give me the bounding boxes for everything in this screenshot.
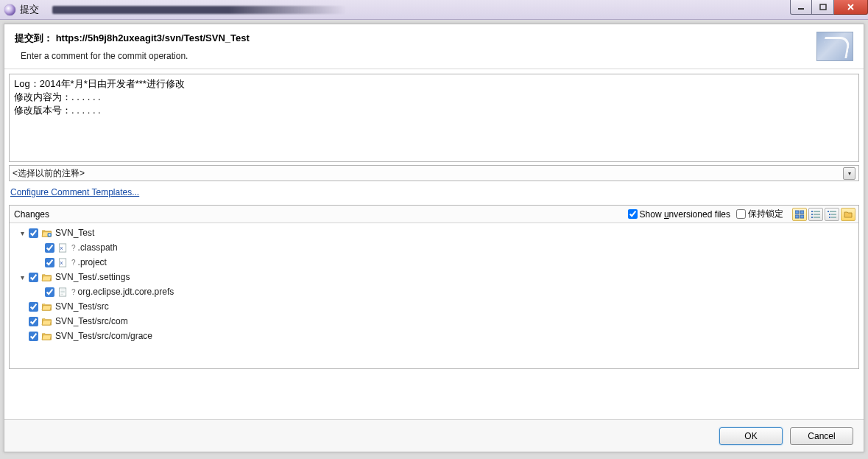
expander-icon[interactable] [18,229,27,237]
tree-row[interactable]: SVN_Test [18,225,855,240]
ok-button[interactable]: OK [719,427,783,445]
svg-rect-10 [811,217,813,218]
tree-row[interactable]: SVN_Test/.settings [18,270,855,284]
tree-item-checkbox[interactable] [29,332,38,341]
close-button[interactable] [834,0,868,15]
svg-rect-16 [829,217,830,218]
tree-item-checkbox[interactable] [45,287,54,297]
chevron-down-icon[interactable]: ▾ [843,167,855,180]
tree-item-checkbox[interactable] [29,302,38,312]
status-badge: ? [71,244,76,252]
commit-comment-input[interactable]: Log：2014年*月*日由开发者***进行修改 修改内容为：. . . . .… [9,74,859,162]
tree-row[interactable]: SVN_Test/src [18,299,855,314]
tree-view-icon[interactable] [792,208,807,221]
title-bar: 提交 [0,0,868,20]
tree-item-checkbox[interactable] [45,258,54,267]
title-url: https://5h9j8h2uxeagit3/svn/Test/SVN_Tes… [56,32,250,43]
maximize-button[interactable] [812,0,834,15]
tree-item-checkbox[interactable] [29,228,38,238]
status-badge: ? [71,259,76,267]
keep-lock-checkbox[interactable]: 保持锁定 [736,208,783,220]
svg-rect-15 [831,214,836,215]
minimize-button[interactable] [790,0,812,15]
svg-rect-3 [800,211,804,214]
svg-rect-7 [814,211,820,212]
previous-comments-combo[interactable]: <选择以前的注释> ▾ [9,165,859,181]
changes-header: Changes Show unversioned files 保持锁定 [10,206,858,223]
svn-brand-icon [816,32,853,61]
tree-item-checkbox[interactable] [45,243,54,253]
commit-dialog: 提交到： https://5h9j8h2uxeagit3/svn/Test/SV… [4,24,864,452]
svg-rect-2 [795,211,799,214]
status-badge: ? [71,288,76,296]
app-icon [4,4,15,15]
folder-open-icon [40,301,52,312]
window-title: 提交 [20,3,39,16]
xml-file-icon [57,257,68,267]
changes-toolbar [792,208,855,221]
svg-rect-1 [820,4,826,10]
svg-rect-0 [798,8,804,10]
tree-item-label: SVN_Test/.settings [55,272,130,282]
dialog-title: 提交到： https://5h9j8h2uxeagit3/svn/Test/SV… [15,32,811,45]
expander-icon[interactable] [18,273,27,281]
svg-rect-14 [829,214,830,215]
svg-rect-17 [831,217,836,218]
svg-rect-6 [811,211,813,212]
dialog-subtitle: Enter a comment for the commit operation… [15,51,811,61]
svg-rect-5 [800,215,804,218]
compressed-tree-icon[interactable] [825,208,839,221]
tree-item-label: SVN_Test/src/com/grace [55,331,152,341]
folder-open-icon [40,272,52,282]
changes-tree[interactable]: SVN_Test?.classpath?.projectSVN_Test/.se… [10,223,858,346]
dialog-footer: OK Cancel [4,419,864,452]
tree-item-label: SVN_Test [55,228,94,238]
configure-templates-link[interactable]: Configure Comment Templates... [10,187,139,197]
folder-shared-icon [40,228,52,238]
show-unversioned-label: Show unversioned files [640,209,730,220]
cancel-button[interactable]: Cancel [790,427,853,445]
tree-item-label: .project [78,257,107,267]
keep-lock-label: 保持锁定 [748,208,783,220]
tree-item-label: SVN_Test/src/com [55,316,128,326]
svg-rect-11 [814,217,820,218]
tree-row[interactable]: SVN_Test/src/com [18,314,855,329]
xml-file-icon [57,242,68,253]
changes-label: Changes [14,209,628,220]
svg-rect-8 [811,214,813,215]
tree-item-checkbox[interactable] [29,317,38,326]
tree-row[interactable]: ?.project [18,255,855,270]
changes-panel: Changes Show unversioned files 保持锁定 SV [9,205,859,369]
tree-item-label: .classpath [78,242,118,253]
tree-item-checkbox[interactable] [29,273,38,282]
dialog-header: 提交到： https://5h9j8h2uxeagit3/svn/Test/SV… [4,24,864,69]
title-prefix: 提交到： [15,32,53,43]
file-icon [57,287,68,297]
tree-row[interactable]: ?org.eclipse.jdt.core.prefs [18,284,855,299]
collapse-all-icon[interactable] [841,208,855,221]
show-unversioned-checkbox[interactable]: Show unversioned files [628,209,730,220]
tree-row[interactable]: SVN_Test/src/com/grace [18,329,855,343]
flat-list-icon[interactable] [808,208,823,221]
tree-item-label: org.eclipse.jdt.core.prefs [78,287,174,297]
tree-item-label: SVN_Test/src [55,301,109,312]
folder-open-icon [40,316,52,326]
tree-row[interactable]: ?.classpath [18,240,855,255]
previous-comments-placeholder: <选择以前的注释> [13,167,843,180]
svg-rect-12 [828,211,829,212]
window-buttons [790,0,868,15]
title-blur [52,6,347,14]
svg-rect-4 [795,215,799,218]
svg-rect-13 [830,211,836,212]
folder-open-icon [40,331,52,341]
svg-rect-9 [814,214,820,215]
